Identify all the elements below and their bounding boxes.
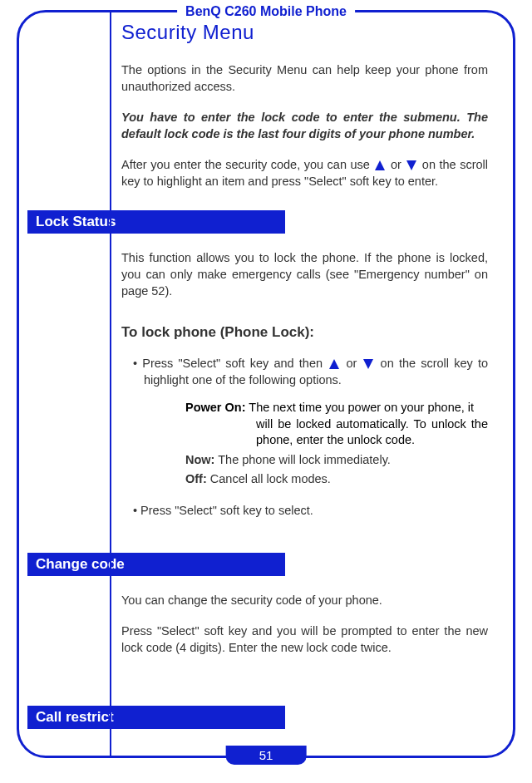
instruction-pre: After you enter the security code, you c… bbox=[121, 158, 373, 171]
vertical-divider bbox=[110, 10, 111, 758]
off-label: Off: bbox=[185, 472, 207, 485]
off-option: Off: Cancel all lock modes. bbox=[185, 471, 488, 488]
arrow-up-icon bbox=[329, 359, 339, 369]
off-text: Cancel all lock modes. bbox=[207, 472, 331, 485]
arrow-down-icon bbox=[406, 160, 416, 170]
change-code-heading: Change code bbox=[27, 553, 285, 576]
now-label: Now: bbox=[185, 453, 214, 466]
page-frame: Security Menu The options in the Securit… bbox=[17, 10, 515, 758]
page-number: 51 bbox=[226, 746, 307, 765]
change-code-desc2: Press "Select" soft key and you will be … bbox=[121, 623, 488, 656]
power-on-label: Power On: bbox=[185, 401, 246, 414]
arrow-down-icon bbox=[363, 359, 373, 369]
now-option: Now: The phone will lock immediately. bbox=[185, 452, 488, 469]
bullet1-mid: or bbox=[346, 357, 362, 370]
power-on-text1: The next time you power on your phone, i… bbox=[246, 401, 475, 414]
power-on-continuation: will be locked automatically. To unlock … bbox=[256, 416, 488, 449]
instruction-mid: or bbox=[391, 158, 405, 171]
intro-text: The options in the Security Menu can hel… bbox=[121, 62, 488, 95]
bullet-press-select: • Press "Select" soft key and then or on… bbox=[144, 356, 488, 388]
power-on-option: Power On: The next time you power on you… bbox=[185, 400, 488, 416]
product-header: BenQ C260 Mobile Phone bbox=[177, 4, 355, 19]
arrow-up-icon bbox=[375, 160, 385, 170]
bullet-select-confirm: • Press "Select" soft key to select. bbox=[144, 503, 488, 520]
lock-status-heading: Lock Status bbox=[27, 210, 285, 234]
now-text: The phone will lock immediately. bbox=[214, 453, 390, 466]
call-restrict-heading: Call restrict bbox=[27, 706, 285, 729]
content-area: Security Menu The options in the Securit… bbox=[19, 12, 513, 729]
lock-status-desc: This function allows you to lock the pho… bbox=[121, 250, 488, 299]
lock-code-note: You have to enter the lock code to enter… bbox=[121, 110, 488, 142]
lock-phone-subheading: To lock phone (Phone Lock): bbox=[121, 324, 496, 341]
change-code-desc1: You can change the security code of your… bbox=[121, 593, 488, 609]
page-title: Security Menu bbox=[121, 21, 496, 44]
bullet1-pre: • Press "Select" soft key and then bbox=[133, 357, 328, 370]
scroll-instruction: After you enter the security code, you c… bbox=[121, 157, 488, 190]
